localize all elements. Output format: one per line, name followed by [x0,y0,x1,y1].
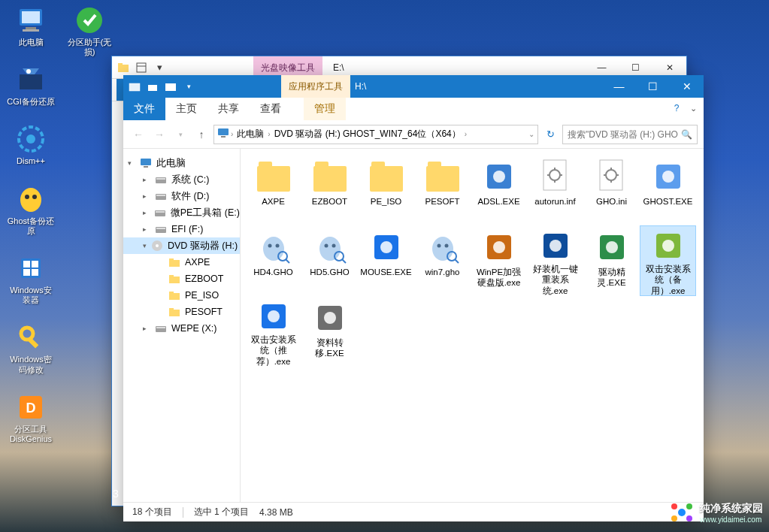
tree-caret-icon[interactable]: ▸ [143,325,150,332]
svg-point-43 [156,244,159,247]
thispc-icon [15,5,47,36]
tree-item[interactable]: PE_ISO [123,287,240,304]
tree-item-icon [168,273,180,285]
svg-point-82 [550,240,562,252]
svg-line-66 [286,259,289,263]
nav-up-button[interactable]: ↑ [192,125,210,144]
address-bar[interactable]: › 此电脑 › DVD 驱动器 (H:) GHOST_WIN7_64位（X64）… [213,125,538,144]
file-item[interactable]: HD5.GHO [301,225,358,296]
tree-item[interactable]: ▸微PE工具箱 (E:) [123,204,240,221]
tree-item[interactable]: ▸EFI (F:) [123,221,240,237]
file-list-pane[interactable]: AXPEEZBOOTPE_ISOPESOFTADSL.EXEautorun.in… [241,149,704,502]
desktop-icon-partassist[interactable]: 分区助手(无损) [63,3,116,59]
svg-point-92 [671,503,677,509]
file-item[interactable]: 驱动精灵.EXE [583,225,640,296]
tree-item[interactable]: EZBOOT [123,271,240,287]
svg-rect-48 [169,293,180,300]
desktop-icon-thispc[interactable]: 此电脑 [5,3,57,49]
search-box[interactable]: 🔍 [562,125,698,144]
navigation-tree[interactable]: ▾此电脑▸系统 (C:)▸软件 (D:)▸微PE工具箱 (E:)▸EFI (F:… [123,149,241,502]
tab-home[interactable]: 主页 [165,98,207,120]
desktop-icon-wininstall[interactable]: Windows安装器 [5,251,57,307]
file-icon [368,229,404,265]
desktop-icon-ghost[interactable]: Ghost备份还原 [5,182,57,237]
titlebar-front[interactable]: ▾ 应用程序工具 H:\ — ☐ ✕ [123,75,704,98]
tree-caret-icon[interactable]: ▸ [143,209,150,216]
qat-newfolder-icon[interactable] [162,78,179,95]
ribbon-expand-icon[interactable]: ⌄ [687,102,699,114]
qat-props-icon[interactable] [144,78,161,95]
breadcrumb-drive[interactable]: DVD 驱动器 (H:) GHOST_WIN7_64位（X64） [272,128,463,141]
file-icon [650,159,686,195]
file-item[interactable]: 双击安装系统（推荐）.exe [245,296,301,367]
app-tools-tab[interactable]: 应用程序工具 [281,75,350,98]
qat-dropdown-icon[interactable]: ▾ [180,78,197,95]
addr-dropdown-icon[interactable]: ⌄ [528,130,534,138]
qat-props-icon[interactable] [133,59,150,76]
tab-share[interactable]: 共享 [207,98,250,120]
file-icon [594,229,630,265]
close-button[interactable]: ✕ [670,75,704,98]
file-item[interactable]: WinPE加强硬盘版.exe [471,225,527,296]
svg-rect-32 [141,159,151,165]
tree-caret-icon[interactable]: ▾ [128,159,135,167]
refresh-button[interactable]: ↻ [541,125,559,144]
tree-caret-icon[interactable]: ▾ [143,242,147,249]
tree-item-label: 此电脑 [156,157,186,170]
file-item[interactable]: PE_ISO [358,155,414,225]
qat-dropdown-icon[interactable]: ▾ [151,59,168,76]
desktop-icon-winpass[interactable]: Windows密码修改 [5,320,57,376]
file-item[interactable]: GHO.ini [583,155,640,225]
maximize-button[interactable]: ☐ [636,75,670,98]
file-item[interactable]: AXPE [245,155,301,225]
file-item[interactable]: 双击安装系统（备用）.exe [640,225,696,296]
file-item[interactable]: win7.gho [414,225,471,296]
tree-item-icon [155,190,167,202]
file-item[interactable]: PESOFT [414,155,471,225]
tree-item-icon [168,256,180,268]
desktop-icon-dism[interactable]: Dism++ [5,122,57,168]
nav-history-dropdown[interactable]: ▾ [171,125,189,144]
tree-item[interactable]: ▸WEPE (X:) [123,320,240,337]
file-label: win7.gho [423,267,461,277]
tab-view[interactable]: 查看 [250,98,292,120]
tree-item[interactable]: PESOFT [123,304,240,320]
chevron-right-icon[interactable]: › [465,130,467,138]
tray-number: 3 [113,488,119,500]
tree-item[interactable]: AXPE [123,254,240,271]
search-input[interactable] [568,129,678,140]
nav-back-button[interactable]: ← [129,125,147,144]
chevron-right-icon[interactable]: › [268,130,270,138]
file-item[interactable]: autorun.inf [527,155,583,225]
tree-caret-icon[interactable]: ▸ [143,176,150,183]
file-item[interactable]: EZBOOT [301,155,358,225]
tree-item-label: 系统 (C:) [171,174,209,186]
file-item[interactable]: ADSL.EXE [471,155,527,225]
nav-forward-button[interactable]: → [150,125,168,144]
file-item[interactable]: GHOST.EXE [640,155,696,225]
tree-caret-icon[interactable]: ▸ [143,192,150,200]
tree-item[interactable]: ▾此电脑 [123,155,240,171]
file-icon [256,300,292,333]
minimize-button[interactable]: — [602,75,636,98]
desktop-icon-diskgen[interactable]: D分区工具DiskGenius [5,390,57,446]
file-item[interactable]: HD4.GHO [245,225,301,296]
svg-point-9 [20,188,41,212]
file-item[interactable]: 好装机一键重装系统.exe [527,225,583,296]
tab-manage[interactable]: 管理 [304,98,346,120]
tree-item-label: 微PE工具箱 (E:) [171,207,240,219]
tree-caret-icon[interactable]: ▸ [143,225,150,233]
file-menu[interactable]: 文件 [123,98,165,120]
tree-item[interactable]: ▸系统 (C:) [123,171,240,188]
desktop-icon-cgi[interactable]: CGI备份还原 [5,62,57,108]
breadcrumb-thispc[interactable]: 此电脑 [235,128,266,141]
file-label: PE_ISO [369,196,404,207]
file-item[interactable]: MOUSE.EXE [358,225,414,296]
explorer-icon [126,78,143,95]
tree-item[interactable]: ▾DVD 驱动器 (H:) G [123,237,240,254]
file-item[interactable]: 资料转移.EXE [301,296,358,367]
ribbon-help-icon[interactable]: ? [671,102,683,114]
search-icon[interactable]: 🔍 [681,129,692,140]
tree-item[interactable]: ▸软件 (D:) [123,188,240,204]
chevron-right-icon[interactable]: › [231,130,233,138]
